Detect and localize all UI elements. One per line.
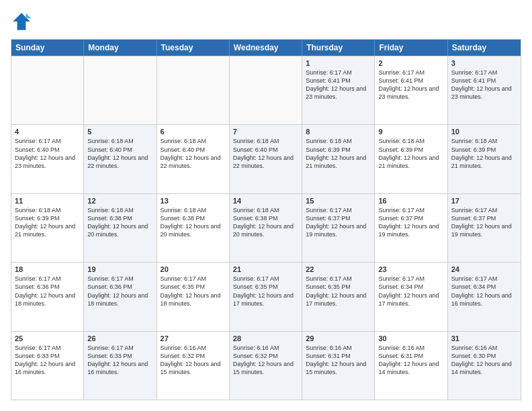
header [11,11,521,32]
day-info: Sunrise: 6:18 AM Sunset: 6:38 PM Dayligh… [161,206,226,239]
day-number: 30 [378,334,443,342]
day-number: 31 [451,334,517,342]
day-cell-13: 13Sunrise: 6:18 AM Sunset: 6:38 PM Dayli… [157,194,230,262]
day-cell-5: 5Sunrise: 6:18 AM Sunset: 6:40 PM Daylig… [84,125,157,193]
day-info: Sunrise: 6:18 AM Sunset: 6:39 PM Dayligh… [15,206,80,239]
day-cell-11: 11Sunrise: 6:18 AM Sunset: 6:39 PM Dayli… [11,194,84,262]
header-day-thursday: Thursday [302,40,375,56]
day-cell-27: 27Sunrise: 6:16 AM Sunset: 6:32 PM Dayli… [157,332,230,400]
day-number: 7 [233,128,298,136]
day-cell-15: 15Sunrise: 6:17 AM Sunset: 6:37 PM Dayli… [302,194,375,262]
calendar: SundayMondayTuesdayWednesdayThursdayFrid… [11,39,521,400]
day-info: Sunrise: 6:17 AM Sunset: 6:36 PM Dayligh… [87,275,152,308]
day-cell-23: 23Sunrise: 6:17 AM Sunset: 6:34 PM Dayli… [375,263,447,330]
day-number: 10 [451,128,517,136]
day-cell-31: 31Sunrise: 6:16 AM Sunset: 6:30 PM Dayli… [448,332,521,400]
day-cell-28: 28Sunrise: 6:16 AM Sunset: 6:32 PM Dayli… [230,332,302,400]
day-number: 13 [161,197,226,205]
day-info: Sunrise: 6:18 AM Sunset: 6:40 PM Dayligh… [87,137,152,170]
day-number: 17 [451,197,517,205]
day-number: 24 [451,265,517,273]
day-number: 4 [15,128,80,136]
day-info: Sunrise: 6:18 AM Sunset: 6:38 PM Dayligh… [233,206,298,239]
day-info: Sunrise: 6:17 AM Sunset: 6:33 PM Dayligh… [87,344,152,377]
day-number: 23 [378,265,443,273]
day-cell-12: 12Sunrise: 6:18 AM Sunset: 6:38 PM Dayli… [84,194,157,262]
day-cell-2: 2Sunrise: 6:17 AM Sunset: 6:41 PM Daylig… [375,56,447,124]
header-day-tuesday: Tuesday [157,40,230,56]
empty-cell-0-1 [84,56,157,124]
calendar-header: SundayMondayTuesdayWednesdayThursdayFrid… [11,40,521,56]
day-number: 22 [306,265,371,273]
day-cell-30: 30Sunrise: 6:16 AM Sunset: 6:31 PM Dayli… [375,332,447,400]
day-number: 20 [161,265,226,273]
day-number: 12 [87,197,152,205]
day-number: 6 [161,128,226,136]
day-cell-22: 22Sunrise: 6:17 AM Sunset: 6:35 PM Dayli… [302,263,375,330]
day-info: Sunrise: 6:17 AM Sunset: 6:35 PM Dayligh… [233,275,298,308]
day-number: 19 [87,265,152,273]
page: SundayMondayTuesdayWednesdayThursdayFrid… [0,0,532,411]
day-info: Sunrise: 6:17 AM Sunset: 6:40 PM Dayligh… [15,137,80,170]
header-day-friday: Friday [375,40,447,56]
day-cell-21: 21Sunrise: 6:17 AM Sunset: 6:35 PM Dayli… [230,263,302,330]
day-info: Sunrise: 6:16 AM Sunset: 6:30 PM Dayligh… [451,344,517,377]
day-info: Sunrise: 6:18 AM Sunset: 6:38 PM Dayligh… [87,206,152,239]
header-day-sunday: Sunday [11,40,84,56]
calendar-row-4: 25Sunrise: 6:17 AM Sunset: 6:33 PM Dayli… [11,331,521,400]
day-info: Sunrise: 6:17 AM Sunset: 6:41 PM Dayligh… [378,68,443,101]
day-number: 5 [87,128,152,136]
day-number: 29 [306,334,371,342]
day-info: Sunrise: 6:17 AM Sunset: 6:41 PM Dayligh… [306,68,371,101]
calendar-row-0: 1Sunrise: 6:17 AM Sunset: 6:41 PM Daylig… [11,56,521,124]
day-cell-18: 18Sunrise: 6:17 AM Sunset: 6:36 PM Dayli… [11,263,84,330]
day-cell-20: 20Sunrise: 6:17 AM Sunset: 6:35 PM Dayli… [157,263,230,330]
header-day-monday: Monday [84,40,157,56]
day-info: Sunrise: 6:17 AM Sunset: 6:37 PM Dayligh… [451,206,517,239]
day-cell-1: 1Sunrise: 6:17 AM Sunset: 6:41 PM Daylig… [302,56,375,124]
calendar-row-3: 18Sunrise: 6:17 AM Sunset: 6:36 PM Dayli… [11,262,521,330]
day-number: 28 [233,334,298,342]
empty-cell-0-0 [11,56,84,124]
day-cell-3: 3Sunrise: 6:17 AM Sunset: 6:41 PM Daylig… [448,56,521,124]
day-info: Sunrise: 6:17 AM Sunset: 6:34 PM Dayligh… [451,275,517,308]
day-info: Sunrise: 6:17 AM Sunset: 6:35 PM Dayligh… [306,275,371,308]
day-info: Sunrise: 6:18 AM Sunset: 6:39 PM Dayligh… [378,137,443,170]
day-info: Sunrise: 6:17 AM Sunset: 6:35 PM Dayligh… [161,275,226,308]
day-number: 16 [378,197,443,205]
day-number: 14 [233,197,298,205]
logo [11,11,35,32]
header-day-saturday: Saturday [448,40,521,56]
day-info: Sunrise: 6:18 AM Sunset: 6:40 PM Dayligh… [233,137,298,170]
day-cell-14: 14Sunrise: 6:18 AM Sunset: 6:38 PM Dayli… [230,194,302,262]
day-cell-29: 29Sunrise: 6:16 AM Sunset: 6:31 PM Dayli… [302,332,375,400]
day-info: Sunrise: 6:18 AM Sunset: 6:40 PM Dayligh… [161,137,226,170]
day-cell-19: 19Sunrise: 6:17 AM Sunset: 6:36 PM Dayli… [84,263,157,330]
day-cell-9: 9Sunrise: 6:18 AM Sunset: 6:39 PM Daylig… [375,125,447,193]
header-day-wednesday: Wednesday [230,40,302,56]
day-info: Sunrise: 6:17 AM Sunset: 6:37 PM Dayligh… [306,206,371,239]
day-number: 27 [161,334,226,342]
day-info: Sunrise: 6:18 AM Sunset: 6:39 PM Dayligh… [306,137,371,170]
day-info: Sunrise: 6:16 AM Sunset: 6:32 PM Dayligh… [233,344,298,377]
empty-cell-0-3 [230,56,302,124]
day-cell-6: 6Sunrise: 6:18 AM Sunset: 6:40 PM Daylig… [157,125,230,193]
day-number: 2 [378,59,443,67]
day-cell-25: 25Sunrise: 6:17 AM Sunset: 6:33 PM Dayli… [11,332,84,400]
day-number: 25 [15,334,80,342]
day-cell-17: 17Sunrise: 6:17 AM Sunset: 6:37 PM Dayli… [448,194,521,262]
day-info: Sunrise: 6:17 AM Sunset: 6:36 PM Dayligh… [15,275,80,308]
calendar-row-2: 11Sunrise: 6:18 AM Sunset: 6:39 PM Dayli… [11,193,521,262]
calendar-body: 1Sunrise: 6:17 AM Sunset: 6:41 PM Daylig… [11,56,521,400]
day-info: Sunrise: 6:17 AM Sunset: 6:41 PM Dayligh… [451,68,517,101]
day-cell-7: 7Sunrise: 6:18 AM Sunset: 6:40 PM Daylig… [230,125,302,193]
day-cell-26: 26Sunrise: 6:17 AM Sunset: 6:33 PM Dayli… [84,332,157,400]
day-info: Sunrise: 6:16 AM Sunset: 6:31 PM Dayligh… [378,344,443,377]
day-number: 3 [451,59,517,67]
day-cell-10: 10Sunrise: 6:18 AM Sunset: 6:39 PM Dayli… [448,125,521,193]
day-info: Sunrise: 6:16 AM Sunset: 6:32 PM Dayligh… [161,344,226,377]
day-cell-4: 4Sunrise: 6:17 AM Sunset: 6:40 PM Daylig… [11,125,84,193]
day-info: Sunrise: 6:16 AM Sunset: 6:31 PM Dayligh… [306,344,371,377]
day-cell-8: 8Sunrise: 6:18 AM Sunset: 6:39 PM Daylig… [302,125,375,193]
logo-icon [11,11,32,32]
